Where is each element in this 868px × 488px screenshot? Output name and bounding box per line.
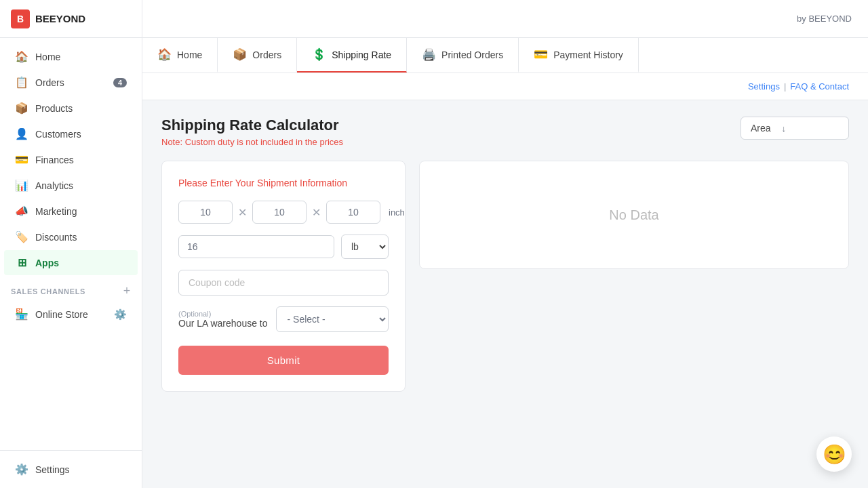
faq-link[interactable]: FAQ & Contact — [790, 81, 849, 92]
discounts-icon: 🏷️ — [15, 230, 28, 243]
link-separator: | — [784, 81, 786, 92]
calculator-header: Shipping Rate Calculator Note: Custom du… — [161, 117, 849, 147]
orders-badge: 4 — [113, 78, 127, 87]
form-card: Please Enter Your Shipment Information ✕… — [161, 161, 406, 392]
sidebar-item-marketing[interactable]: 📣 Marketing — [4, 199, 138, 224]
tab-home-icon: 🏠 — [157, 47, 172, 62]
tab-orders-icon: 📦 — [233, 47, 247, 62]
area-dropdown-arrow-icon: ↓ — [782, 123, 787, 134]
sidebar-label-discounts: Discounts — [35, 232, 77, 243]
sidebar-label-apps: Apps — [35, 258, 59, 268]
sidebar-item-finances[interactable]: 💳 Finances — [4, 147, 138, 172]
no-data-card: No Data — [419, 161, 849, 269]
sidebar-item-online-store[interactable]: 🏪 Online Store ⚙️ — [4, 302, 138, 327]
customers-icon: 👤 — [15, 127, 28, 140]
sidebar: B BEEYOND 🏠 Home 📋 Orders 4 📦 Products 👤… — [0, 0, 142, 488]
tab-orders-label: Orders — [252, 49, 281, 60]
warehouse-optional: (Optional) — [178, 310, 268, 318]
sidebar-label-home: Home — [35, 52, 60, 62]
tab-home[interactable]: 🏠 Home — [142, 38, 218, 73]
apps-icon: ⊞ — [15, 256, 28, 269]
sidebar-item-analytics[interactable]: 📊 Analytics — [4, 173, 138, 198]
main-content: by BEEYOND 🏠 Home 📦 Orders 💲 Shipping Ra… — [142, 0, 868, 488]
sidebar-item-orders[interactable]: 📋 Orders 4 — [4, 70, 138, 95]
area-dropdown-label: Area — [751, 123, 771, 134]
finances-icon: 💳 — [15, 153, 28, 166]
tab-home-label: Home — [177, 49, 202, 60]
no-data-text: No Data — [609, 207, 658, 223]
warehouse-label-wrap: (Optional) Our LA warehouse to — [178, 310, 268, 329]
home-icon: 🏠 — [15, 50, 28, 63]
tab-shipping-icon: 💲 — [312, 47, 326, 62]
sidebar-label-online-store: Online Store — [35, 309, 88, 320]
warehouse-select-wrap: - Select - — [276, 306, 389, 332]
sidebar-item-discounts[interactable]: 🏷️ Discounts — [4, 224, 138, 249]
dim-sep-2: ✕ — [312, 206, 321, 219]
form-heading: Please Enter Your Shipment Information — [178, 178, 389, 188]
logo-icon: B — [11, 9, 30, 28]
tab-shipping-label: Shipping Rate — [332, 49, 391, 60]
orders-icon: 📋 — [15, 76, 28, 89]
logo-text: BEEYOND — [35, 13, 85, 24]
tab-payment-label: Payment History — [553, 49, 623, 60]
tab-orders[interactable]: 📦 Orders — [218, 38, 297, 73]
tab-shipping-rate[interactable]: 💲 Shipping Rate — [297, 38, 407, 73]
calculator-title: Shipping Rate Calculator — [161, 117, 343, 134]
marketing-icon: 📣 — [15, 205, 28, 218]
sidebar-item-home[interactable]: 🏠 Home — [4, 44, 138, 69]
sidebar-item-customers[interactable]: 👤 Customers — [4, 121, 138, 146]
tab-payment-icon: 💳 — [534, 47, 548, 62]
header-links: Settings | FAQ & Contact — [748, 81, 849, 92]
tab-payment-history[interactable]: 💳 Payment History — [519, 38, 639, 73]
dim-width-input[interactable] — [252, 201, 307, 224]
topbar-brand: by BEEYOND — [797, 14, 852, 24]
sidebar-item-products[interactable]: 📦 Products — [4, 96, 138, 121]
warehouse-row: (Optional) Our LA warehouse to - Select … — [178, 306, 389, 332]
content-header: Settings | FAQ & Contact — [142, 73, 868, 100]
analytics-icon: 📊 — [15, 179, 28, 192]
weight-input[interactable] — [178, 235, 334, 258]
settings-icon: ⚙️ — [15, 463, 28, 476]
warehouse-select[interactable]: - Select - — [276, 306, 389, 332]
tab-printed-icon: 🖨️ — [422, 47, 436, 62]
products-icon: 📦 — [15, 102, 28, 115]
sidebar-header: B BEEYOND — [0, 0, 142, 38]
dim-height-input[interactable] — [326, 201, 380, 224]
sidebar-label-analytics: Analytics — [35, 180, 73, 191]
dimension-unit: inch — [389, 207, 405, 218]
topbar: by BEEYOND — [142, 0, 868, 38]
chat-bubble-button[interactable]: 😊 — [816, 436, 852, 472]
sidebar-label-finances: Finances — [35, 155, 74, 165]
content-area: Settings | FAQ & Contact Shipping Rate C… — [142, 73, 868, 488]
sidebar-item-apps[interactable]: ⊞ Apps — [4, 250, 138, 275]
sidebar-label-customers: Customers — [35, 129, 81, 140]
weight-row: lb kg — [178, 235, 389, 259]
dim-sep-1: ✕ — [238, 206, 247, 219]
sidebar-label-marketing: Marketing — [35, 206, 77, 217]
tabs-bar: 🏠 Home 📦 Orders 💲 Shipping Rate 🖨️ Print… — [142, 38, 868, 73]
sidebar-label-products: Products — [35, 103, 73, 114]
two-col-layout: Please Enter Your Shipment Information ✕… — [161, 161, 849, 392]
content-body: Shipping Rate Calculator Note: Custom du… — [142, 100, 868, 408]
sidebar-footer: ⚙️ Settings — [0, 450, 142, 488]
sidebar-nav: 🏠 Home 📋 Orders 4 📦 Products 👤 Customers… — [0, 38, 142, 450]
area-dropdown[interactable]: Area ↓ — [741, 117, 849, 140]
coupon-input[interactable] — [178, 270, 389, 296]
sales-channels-section: SALES CHANNELS + — [0, 276, 142, 301]
weight-unit-select[interactable]: lb kg — [341, 235, 389, 259]
warehouse-label: Our LA warehouse to — [178, 318, 268, 329]
online-store-icon: 🏪 — [15, 308, 28, 321]
online-store-settings-icon[interactable]: ⚙️ — [114, 308, 127, 321]
tab-printed-orders[interactable]: 🖨️ Printed Orders — [407, 38, 519, 73]
submit-button[interactable]: Submit — [178, 346, 389, 375]
chat-bubble-icon: 😊 — [823, 443, 846, 466]
sidebar-label-orders: Orders — [35, 77, 64, 88]
add-sales-channel-icon[interactable]: + — [123, 284, 131, 298]
shipping-note: Note: Custom duty is not included in the… — [161, 137, 343, 147]
sidebar-item-settings[interactable]: ⚙️ Settings — [4, 457, 138, 482]
dimension-row: ✕ ✕ inch — [178, 201, 389, 224]
sidebar-label-settings: Settings — [35, 464, 70, 475]
tab-printed-label: Printed Orders — [441, 49, 503, 60]
settings-link[interactable]: Settings — [748, 81, 780, 92]
dim-length-input[interactable] — [178, 201, 233, 224]
